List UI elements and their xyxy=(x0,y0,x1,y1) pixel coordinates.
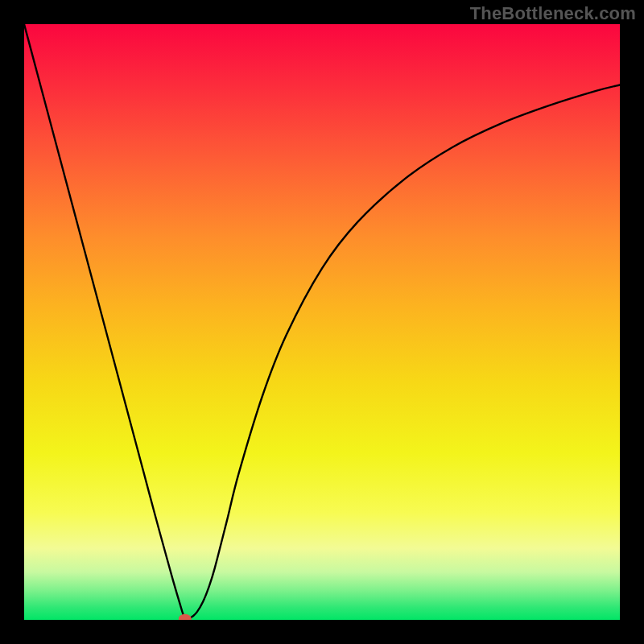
chart-background xyxy=(24,24,620,620)
chart-frame: TheBottleneck.com xyxy=(0,0,644,644)
chart-svg xyxy=(24,24,620,620)
chart-plot-area xyxy=(24,24,620,620)
watermark-text: TheBottleneck.com xyxy=(470,3,636,24)
